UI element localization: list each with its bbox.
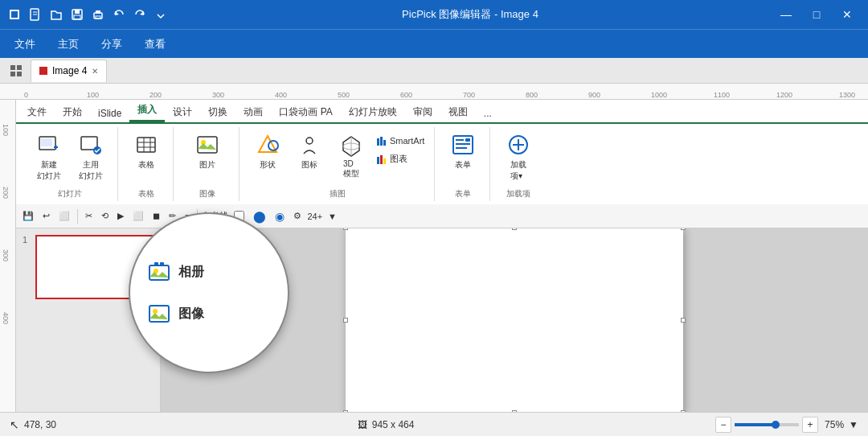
- ribbon-tab-animation[interactable]: 动画: [235, 102, 271, 122]
- ribbon-btn-shape[interactable]: 形状: [248, 130, 288, 172]
- zoom-dropdown-arrow[interactable]: ▼: [849, 419, 858, 430]
- coordinates: 478, 30: [24, 419, 56, 430]
- zoom-out-button[interactable]: −: [715, 417, 731, 433]
- form-icon: [450, 132, 476, 158]
- more-icon[interactable]: [153, 6, 169, 23]
- ribbon-tab-slideshow[interactable]: 幻灯片放映: [341, 102, 405, 122]
- menu-view[interactable]: 查看: [133, 34, 177, 55]
- qb-gear[interactable]: ⚙: [290, 210, 305, 222]
- svg-rect-9: [96, 10, 100, 14]
- menu-file[interactable]: 文件: [3, 34, 47, 55]
- ribbon-btn-icon[interactable]: 图标: [289, 130, 330, 172]
- ribbon-btn-chart[interactable]: 图表: [373, 151, 428, 167]
- ribbon-btn-table[interactable]: 表格: [126, 130, 166, 172]
- ribbon-btn-3d[interactable]: 3D模型: [331, 130, 371, 181]
- tab-grid-button[interactable]: [5, 60, 27, 82]
- ribbon-tab-file[interactable]: 文件: [19, 102, 55, 122]
- 3d-label: 3D模型: [343, 159, 359, 179]
- magnifier-item-image[interactable]: 图像: [130, 293, 288, 335]
- undo-icon[interactable]: [111, 6, 127, 23]
- qb-cut[interactable]: ✂: [82, 210, 96, 222]
- ribbon-tab-insert[interactable]: 插入: [129, 100, 165, 122]
- ribbon-btn-addins[interactable]: 加载项▾: [498, 130, 538, 183]
- ribbon-tabs: 文件 开始 iSlide 插入 设计 切换 动画 口袋动画 PA 幻灯片放映 审…: [16, 100, 868, 124]
- image-dimensions: 945 x 464: [372, 419, 415, 430]
- zoom-slider[interactable]: [735, 423, 799, 426]
- ribbon-btn-picture[interactable]: 图片: [187, 130, 227, 172]
- status-bar: ↖ 478, 30 🖼 945 x 464 − + 75% ▼: [0, 412, 868, 436]
- redo-icon[interactable]: [132, 6, 148, 23]
- svg-rect-38: [377, 157, 379, 164]
- ribbon-btn-smartart[interactable]: SmartArt: [373, 134, 428, 148]
- magnifier-image-label: 图像: [178, 306, 204, 323]
- form-label: 表单: [455, 159, 471, 171]
- new-icon[interactable]: [27, 6, 43, 23]
- handle-br: [681, 410, 686, 412]
- magnifier-item-album[interactable]: 相册: [130, 251, 288, 293]
- zoom-in-button[interactable]: +: [802, 417, 818, 433]
- qb-redo[interactable]: ⟲: [98, 210, 112, 222]
- picture-label: 图片: [199, 159, 215, 171]
- maximize-button[interactable]: □: [802, 0, 831, 29]
- tab-image4[interactable]: Image 4 ✕: [31, 60, 107, 82]
- handle-mr: [681, 318, 686, 323]
- ribbon-btn-main-slide[interactable]: 主用幻灯片: [71, 130, 111, 183]
- print-icon[interactable]: [90, 6, 106, 23]
- ribbon-tab-islide[interactable]: iSlide: [90, 105, 129, 122]
- qb-play[interactable]: ▶: [114, 210, 127, 222]
- zoom-slider-thumb[interactable]: [772, 421, 780, 429]
- ruler-mark-500: 500: [338, 91, 350, 99]
- svg-rect-43: [456, 143, 470, 145]
- tab-close-button[interactable]: ✕: [92, 67, 98, 76]
- ribbon-smartart-chart-group: SmartArt 图表: [373, 130, 428, 167]
- ruler-mark-1300: 1300: [839, 91, 855, 99]
- save-icon[interactable]: [69, 6, 85, 23]
- svg-rect-14: [17, 65, 22, 70]
- picture-icon: [194, 132, 220, 158]
- ribbon-group-insert-items: 形状 图标: [248, 127, 428, 188]
- ribbon-tab-review[interactable]: 审阅: [405, 102, 440, 122]
- ruler-mark-800: 800: [526, 91, 538, 99]
- ruler-mark-1000: 1000: [651, 91, 667, 99]
- ribbon-tab-more[interactable]: ...: [476, 105, 500, 122]
- menu-home[interactable]: 主页: [47, 34, 90, 55]
- ribbon-btn-form[interactable]: 表单: [443, 130, 483, 172]
- ribbon-group-slides-label: 幻灯片: [58, 188, 82, 201]
- main-slide-label: 主用幻灯片: [79, 159, 103, 182]
- ribbon-tab-design[interactable]: 设计: [165, 102, 200, 122]
- ruler-mark-200: 200: [149, 91, 162, 99]
- zoom-control: − + 75% ▼: [715, 417, 858, 433]
- close-button[interactable]: ✕: [833, 0, 862, 29]
- ribbon-group-addins-label: 加载项: [506, 188, 530, 201]
- ruler-mark-100: 100: [87, 91, 99, 99]
- icon-icon: [297, 132, 322, 158]
- ribbon-btn-new-slide[interactable]: 新建幻灯片: [29, 130, 69, 183]
- zoom-slider-fill: [735, 423, 773, 426]
- qb-dot[interactable]: ◼: [149, 210, 163, 222]
- qb-blue2[interactable]: ◉: [272, 209, 288, 224]
- ribbon-tab-view[interactable]: 视图: [440, 102, 476, 122]
- new-slide-icon: [36, 132, 62, 158]
- qb-save[interactable]: 💾: [19, 210, 37, 222]
- ribbon-tab-transition[interactable]: 切换: [200, 102, 235, 122]
- qb-box[interactable]: ⬜: [55, 210, 73, 222]
- qb-dropdown[interactable]: ▼: [325, 211, 340, 222]
- ribbon-tab-pocket[interactable]: 口袋动画 PA: [271, 102, 340, 122]
- 3d-icon: [338, 132, 364, 158]
- menu-share[interactable]: 分享: [90, 34, 133, 55]
- open-icon[interactable]: [48, 6, 64, 23]
- qb-box2[interactable]: ⬜: [129, 210, 147, 222]
- image-icon: [146, 301, 172, 327]
- title-bar-left: [6, 6, 169, 23]
- image-icon: 🖼: [358, 419, 367, 430]
- ribbon-tab-home[interactable]: 开始: [55, 102, 90, 122]
- handle-bm: [512, 410, 517, 412]
- qb-undo[interactable]: ↩: [39, 210, 53, 222]
- title-bar: PicPick 图像编辑器 - Image 4 — □ ✕: [0, 0, 868, 29]
- qb-blue1[interactable]: ⬤: [250, 209, 269, 224]
- minimize-button[interactable]: —: [772, 0, 800, 29]
- ruler-mark-700: 700: [463, 91, 475, 99]
- ruler-mark-400: 400: [275, 91, 287, 99]
- svg-rect-37: [383, 140, 386, 146]
- addins-label: 加载项▾: [510, 159, 526, 182]
